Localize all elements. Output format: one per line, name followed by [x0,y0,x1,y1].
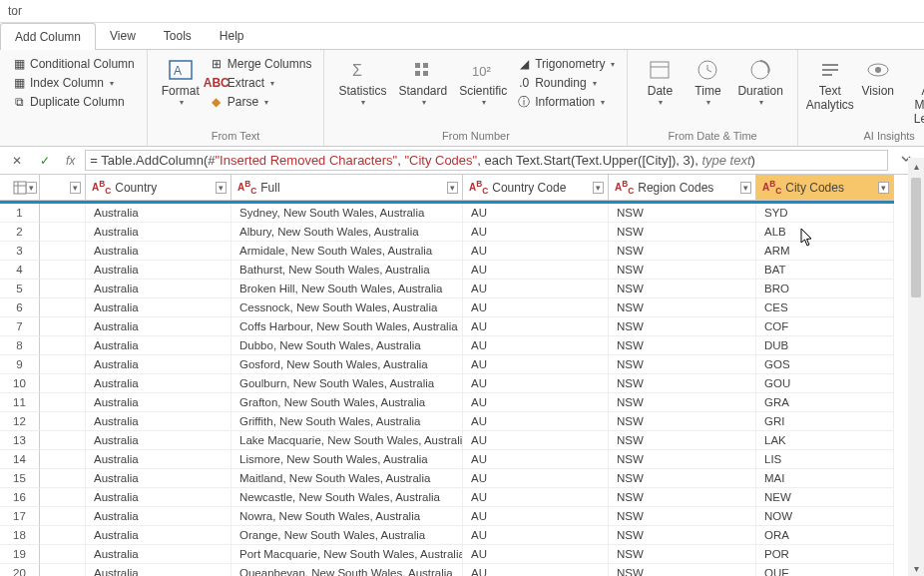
cell[interactable]: NSW [609,336,756,355]
cell[interactable]: Albury, New South Wales, Australia [231,223,463,242]
cell[interactable]: Australia [86,204,231,223]
cell[interactable]: NSW [609,223,756,242]
cell[interactable]: Nowra, New South Wales, Australia [231,507,463,526]
row-number[interactable]: 19 [0,545,40,564]
row-number[interactable]: 12 [0,412,40,431]
merge-columns-button[interactable]: ⊞Merge Columns [208,56,314,72]
cell[interactable]: NSW [609,431,756,450]
cell[interactable]: AU [463,317,609,336]
cell[interactable]: AU [463,298,609,317]
row-filter-dropdown[interactable]: ▾ [70,182,81,194]
time-button[interactable]: Time▾ [684,54,731,109]
tab-view[interactable]: View [96,23,150,49]
scroll-thumb[interactable] [911,178,921,297]
extract-button[interactable]: ABCExtract▾ [208,75,314,91]
cell[interactable]: CES [756,298,894,317]
cell[interactable]: POR [756,545,894,564]
format-button[interactable]: A Format▾ [156,54,206,109]
cell[interactable]: AU [463,526,609,545]
cell[interactable]: Australia [86,469,231,488]
column-header-country[interactable]: ABCCountry▾ [86,175,231,201]
cell[interactable]: Australia [86,317,231,336]
cell[interactable]: BAT [756,261,894,280]
cell[interactable]: Australia [86,355,231,374]
cell[interactable]: NSW [609,412,756,431]
cell[interactable]: Sydney, New South Wales, Australia [231,204,463,223]
cell[interactable]: Armidale, New South Wales, Australia [231,242,463,261]
cell[interactable]: NSW [609,545,756,564]
row-number[interactable]: 9 [0,355,40,374]
cell[interactable]: Griffith, New South Wales, Australia [231,412,463,431]
duplicate-column-button[interactable]: ⧉Duplicate Column [10,94,137,110]
cell[interactable]: Orange, New South Wales, Australia [231,526,463,545]
cell[interactable]: GRA [756,393,894,412]
cell[interactable]: Queanbeyan, New South Wales, Australia [231,564,463,576]
cell[interactable]: Australia [86,298,231,317]
cell[interactable]: Australia [86,545,231,564]
row-number[interactable]: 16 [0,488,40,507]
tab-add-column[interactable]: Add Column [0,23,96,50]
cell[interactable]: AU [463,223,609,242]
cell[interactable]: NSW [609,526,756,545]
cell[interactable]: NEW [756,488,894,507]
table-corner[interactable]: ▾ [0,175,40,201]
row-number[interactable]: 14 [0,450,40,469]
cell[interactable]: DUB [756,336,894,355]
cell[interactable]: GRI [756,412,894,431]
row-number[interactable]: 17 [0,507,40,526]
cell[interactable]: BRO [756,280,894,298]
column-header-full[interactable]: ABCFull▾ [231,175,463,201]
vision-button[interactable]: Vision [854,54,902,100]
cell[interactable]: Cessnock, New South Wales, Australia [231,298,463,317]
date-button[interactable]: Date▾ [636,54,684,109]
cell[interactable]: AU [463,336,609,355]
cell[interactable]: Australia [86,261,231,280]
cell[interactable]: NSW [609,261,756,280]
column-dropdown[interactable]: ▾ [447,182,458,194]
cell[interactable]: Port Macquarie, New South Wales, Austral… [231,545,463,564]
cell[interactable]: Australia [86,280,231,298]
column-header-region-codes[interactable]: ABCRegion Codes▾ [609,175,756,201]
cell[interactable]: Goulburn, New South Wales, Australia [231,374,463,393]
cancel-formula-button[interactable]: ✕ [6,152,28,170]
cell[interactable]: NOW [756,507,894,526]
scroll-up-button[interactable]: ▴ [908,158,924,174]
cell[interactable]: Dubbo, New South Wales, Australia [231,336,463,355]
cell[interactable]: ORA [756,526,894,545]
row-number[interactable]: 10 [0,374,40,393]
row-number[interactable]: 3 [0,242,40,261]
cell[interactable]: AU [463,393,609,412]
column-dropdown[interactable]: ▾ [593,182,604,194]
cell[interactable]: GOS [756,355,894,374]
cell[interactable]: NSW [609,393,756,412]
cell[interactable]: Australia [86,507,231,526]
cell[interactable]: Australia [86,526,231,545]
index-column-button[interactable]: ▦Index Column▾ [10,75,137,91]
vertical-scrollbar[interactable]: ▴ ▾ [908,158,924,576]
cell[interactable]: LIS [756,450,894,469]
cell[interactable]: Australia [86,374,231,393]
cell[interactable]: Bathurst, New South Wales, Australia [231,261,463,280]
cell[interactable]: ARM [756,242,894,261]
trigonometry-button[interactable]: ◢Trigonometry▾ [515,56,617,72]
row-number[interactable]: 11 [0,393,40,412]
cell[interactable]: Lake Macquarie, New South Wales, Austral… [231,431,463,450]
cell[interactable]: AU [463,488,609,507]
tab-help[interactable]: Help [206,23,258,49]
conditional-column-button[interactable]: ▦Conditional Column [10,56,137,72]
cell[interactable]: NSW [609,488,756,507]
cell[interactable]: Australia [86,564,231,576]
cell[interactable]: AU [463,507,609,526]
row-number[interactable]: 6 [0,298,40,317]
cell[interactable]: QUE [756,564,894,576]
cell[interactable]: AU [463,261,609,280]
cell[interactable]: Coffs Harbour, New South Wales, Australi… [231,317,463,336]
cell[interactable]: Australia [86,336,231,355]
column-header-country-code[interactable]: ABCCountry Code▾ [463,175,609,201]
cell[interactable]: AU [463,469,609,488]
accept-formula-button[interactable]: ✓ [34,152,56,170]
standard-button[interactable]: Standard▾ [392,54,453,109]
cell[interactable]: AU [463,355,609,374]
row-number[interactable]: 20 [0,564,40,576]
cell[interactable]: NSW [609,450,756,469]
